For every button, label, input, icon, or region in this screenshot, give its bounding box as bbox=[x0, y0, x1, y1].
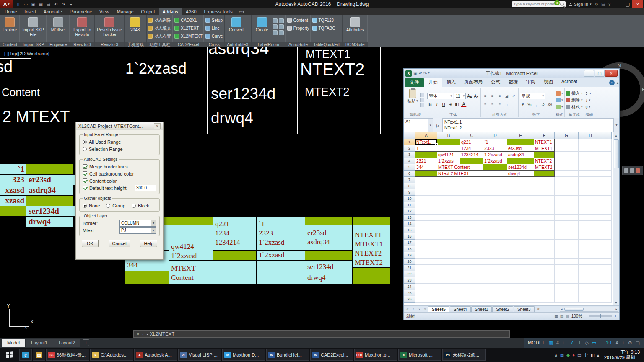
column-header-B[interactable]: B bbox=[437, 132, 460, 139]
row-header-8[interactable]: 8 bbox=[404, 183, 415, 189]
excel-cell-D21[interactable] bbox=[483, 265, 507, 271]
excel-cell-H11[interactable] bbox=[579, 202, 602, 208]
excel-cell-F11[interactable] bbox=[534, 202, 555, 208]
row-header-20[interactable]: 20 bbox=[404, 259, 415, 265]
ribbon-button-3-0[interactable]: Export To Revizto bbox=[71, 16, 93, 37]
column-header-A[interactable]: A bbox=[415, 132, 437, 139]
ribbon-button-11-0[interactable]: Content bbox=[287, 17, 309, 24]
status-icon-9[interactable]: A bbox=[615, 340, 618, 345]
excel-tab-数据[interactable]: 数据 bbox=[504, 78, 522, 87]
horizontal-scrollbar[interactable]: ◂ ▸ bbox=[560, 307, 618, 312]
status-icon-6[interactable]: ▭ bbox=[592, 340, 596, 346]
excel-cell-C8[interactable] bbox=[460, 183, 483, 189]
row-header-1[interactable]: 1 bbox=[404, 139, 415, 145]
signin-button[interactable]: Sign In ▾ bbox=[569, 2, 592, 7]
excel-cell-H6[interactable] bbox=[579, 171, 602, 177]
excel-cell-E12[interactable] bbox=[507, 208, 534, 215]
excel-cell-F5[interactable]: MTEXT2 bbox=[534, 164, 555, 171]
excel-cell-D3[interactable]: 1`2xzasd bbox=[483, 152, 507, 158]
scrollbar-thumb[interactable] bbox=[614, 139, 619, 168]
tray-icon-4[interactable]: ▤ bbox=[577, 353, 581, 357]
excel-cell-A2[interactable]: 1 bbox=[415, 145, 437, 152]
excel-cell-F6[interactable] bbox=[534, 171, 555, 177]
row-header-4[interactable]: 4 bbox=[404, 158, 415, 164]
row-header-6[interactable]: 6 bbox=[404, 171, 415, 177]
insert-cells-button[interactable]: 插入▾ bbox=[566, 90, 583, 97]
cell-styles-button[interactable]: ▾ bbox=[556, 104, 563, 110]
excel-cell-E25[interactable] bbox=[507, 290, 534, 296]
next-sheet-button[interactable]: › bbox=[416, 307, 422, 311]
excel-cell-B24[interactable] bbox=[437, 284, 460, 290]
excel-cell-G23[interactable] bbox=[555, 277, 579, 284]
excel-cell-G8[interactable] bbox=[555, 183, 579, 189]
excel-cell-F2[interactable]: MTEXT1 bbox=[534, 145, 555, 152]
ribbon-tab-insert[interactable]: Insert bbox=[21, 8, 40, 15]
row-header-18[interactable]: 18 bbox=[404, 246, 415, 252]
selection-range-option[interactable]: Selection Range bbox=[83, 145, 156, 153]
excel-cell-B8[interactable] bbox=[437, 183, 460, 189]
excel-cell-H15[interactable] bbox=[579, 227, 602, 233]
excel-cell-F8[interactable] bbox=[534, 183, 555, 189]
scroll-down-icon[interactable]: ▼ bbox=[615, 300, 618, 305]
excel-cell-E2[interactable]: er23sd bbox=[507, 145, 534, 152]
excel-cell-F10[interactable] bbox=[534, 196, 555, 202]
row-header-13[interactable]: 13 bbox=[404, 215, 415, 221]
excel-cell-A4[interactable]: 2321 bbox=[415, 158, 437, 164]
decrease-font-icon[interactable]: A▾ bbox=[473, 93, 479, 99]
ribbon-button-7-2[interactable]: XL2MTEXT bbox=[174, 33, 203, 40]
excel-cell-B4[interactable]: 1`2xzas bbox=[437, 158, 460, 164]
zoom-in-button[interactable]: + bbox=[614, 314, 617, 318]
excel-cell-G2[interactable] bbox=[555, 145, 579, 152]
row-header-15[interactable]: 15 bbox=[404, 227, 415, 233]
status-icon-3[interactable]: ∠ bbox=[570, 340, 574, 346]
excel-cell-F3[interactable] bbox=[534, 152, 555, 158]
tray-icon-7[interactable]: ▴ bbox=[597, 353, 599, 357]
excel-tab-视图[interactable]: 视图 bbox=[540, 78, 557, 87]
excel-cell-C10[interactable] bbox=[460, 196, 483, 202]
excel-cell-C21[interactable] bbox=[460, 265, 483, 271]
excel-cell-B5[interactable]: MTEXT Content bbox=[437, 164, 460, 171]
excel-cell-B10[interactable] bbox=[437, 196, 460, 202]
wrap-text-icon[interactable]: ↵ bbox=[511, 93, 517, 99]
excel-cell-E26[interactable] bbox=[507, 296, 534, 303]
floating-toolbar[interactable] bbox=[622, 166, 643, 175]
excel-cell-F13[interactable] bbox=[534, 215, 555, 221]
insert-sheet-button[interactable]: ⊕ bbox=[535, 307, 543, 311]
excel-cell-C11[interactable] bbox=[460, 202, 483, 208]
tool-icon[interactable] bbox=[636, 168, 640, 173]
align-middle-icon[interactable]: ≡ bbox=[489, 93, 496, 99]
excel-cell-B11[interactable] bbox=[437, 202, 460, 208]
excel-cell-E1[interactable] bbox=[507, 139, 534, 145]
excel-cell-A11[interactable] bbox=[415, 202, 437, 208]
taskbar-app-0[interactable]: 6666影视网-最... bbox=[46, 349, 89, 361]
tray-icon-2[interactable]: ◆ bbox=[566, 353, 570, 357]
excel-cell-A5[interactable]: 344 bbox=[415, 164, 437, 171]
save-icon[interactable]: ▣ bbox=[30, 1, 36, 8]
excel-cell-B7[interactable] bbox=[437, 177, 460, 183]
excel-cell-B17[interactable] bbox=[437, 240, 460, 246]
excel-tab-开始[interactable]: 开始 bbox=[424, 78, 442, 87]
ribbon-button-8-1[interactable]: Line bbox=[205, 25, 223, 32]
ribbon-tab-view[interactable]: View bbox=[96, 8, 113, 15]
excel-cell-H21[interactable] bbox=[579, 265, 602, 271]
excel-cell-A18[interactable] bbox=[415, 246, 437, 252]
excel-close-button[interactable]: × bbox=[605, 70, 618, 77]
excel-cell-B22[interactable] bbox=[437, 271, 460, 277]
plot-icon[interactable]: ▤ bbox=[45, 1, 52, 8]
excel-cell-G26[interactable] bbox=[555, 296, 579, 303]
excel-cell-G18[interactable] bbox=[555, 246, 579, 252]
search-icon[interactable] bbox=[560, 3, 564, 6]
sheet-tab-sheet1[interactable]: Sheet1 bbox=[471, 306, 492, 312]
excel-cell-B25[interactable] bbox=[437, 290, 460, 296]
close-icon[interactable]: × bbox=[137, 332, 139, 336]
copy-icon[interactable] bbox=[420, 98, 424, 102]
open-icon[interactable]: ▭ bbox=[23, 1, 29, 8]
sync-icon[interactable]: ↻ bbox=[595, 2, 598, 7]
excel-cell-G24[interactable] bbox=[555, 284, 579, 290]
excel-cell-C13[interactable] bbox=[460, 215, 483, 221]
excel-cell-H12[interactable] bbox=[579, 208, 602, 215]
row-header-3[interactable]: 3 bbox=[404, 152, 415, 158]
excel-cell-H13[interactable] bbox=[579, 215, 602, 221]
excel-cell-H19[interactable] bbox=[579, 252, 602, 259]
format-painter-icon[interactable] bbox=[420, 103, 424, 107]
